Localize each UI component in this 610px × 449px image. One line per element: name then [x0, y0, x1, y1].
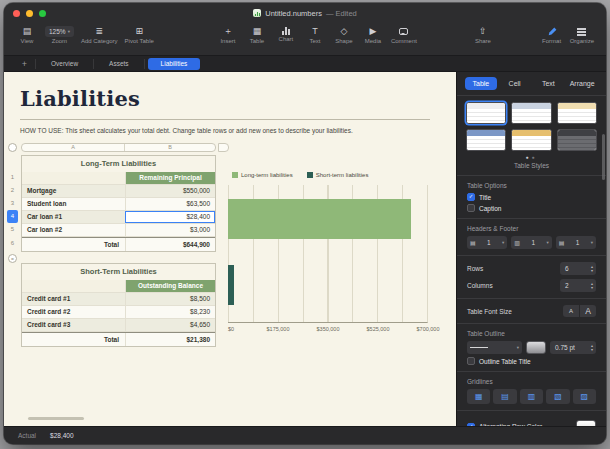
row-label-cell[interactable]: Credit card #1	[22, 293, 125, 305]
zoom-value[interactable]: 125%▾	[45, 26, 74, 37]
table-row[interactable]: Credit card #3 $4,650	[22, 319, 215, 332]
row-ref[interactable]: 1	[7, 171, 18, 184]
header-rows-dropdown[interactable]: ▤1▾	[467, 236, 507, 249]
table-style-thumbnail[interactable]	[557, 102, 597, 124]
view-button[interactable]: ▤ View	[16, 26, 38, 44]
short-term-bar[interactable]	[228, 265, 234, 305]
total-value-cell[interactable]: $21,380	[125, 333, 215, 346]
header-blank-cell[interactable]	[22, 172, 125, 184]
horizontal-scrollbar[interactable]	[28, 417, 84, 420]
tab-text[interactable]: Text	[533, 77, 565, 90]
chart-button[interactable]: Chart	[275, 26, 297, 42]
row-value-cell[interactable]: $63,500	[125, 198, 215, 210]
tab-table[interactable]: Table	[465, 77, 497, 90]
chart-plot-area[interactable]	[228, 185, 428, 323]
gridline-option-button[interactable]: ▧	[546, 389, 569, 404]
organize-button[interactable]: Organize	[570, 26, 594, 44]
row-ref[interactable]: 3	[7, 197, 18, 210]
row-label-cell[interactable]: Mortgage	[22, 185, 125, 197]
selected-cell[interactable]: $28,400	[125, 211, 215, 223]
sheet-canvas[interactable]: Liabilities HOW TO USE: This sheet calcu…	[4, 72, 456, 426]
header-blank-cell[interactable]	[22, 280, 125, 292]
table-row[interactable]: Credit card #2 $8,230	[22, 306, 215, 319]
row-label-cell[interactable]: Credit card #3	[22, 319, 125, 331]
total-label-cell[interactable]: Total	[22, 333, 125, 346]
gridline-option-button[interactable]: ▤	[493, 389, 516, 404]
insert-button[interactable]: ＋ Insert	[217, 26, 239, 44]
table-row[interactable]: Mortgage $550,000	[22, 185, 215, 198]
text-button[interactable]: T Text	[304, 26, 326, 44]
column-ref-b[interactable]: B	[124, 144, 215, 151]
table-style-thumbnail[interactable]	[511, 102, 551, 124]
outline-table-title-checkbox[interactable]: Outline Table Title	[467, 357, 596, 365]
decrease-font-button[interactable]: A	[563, 305, 579, 317]
gridline-option-button[interactable]: ▨	[573, 389, 596, 404]
short-term-table[interactable]: Short-Term Liabilities Outstanding Balan…	[21, 263, 216, 347]
table-row[interactable]: Car loan #2 $3,000	[22, 224, 215, 237]
row-color-well[interactable]	[576, 420, 596, 426]
row-value-cell[interactable]: $3,000	[125, 224, 215, 236]
sheet-tab-liabilities[interactable]: Liabilities	[148, 58, 201, 70]
row-value-cell[interactable]: $550,000	[125, 185, 215, 197]
long-term-bar[interactable]	[228, 199, 411, 239]
format-button[interactable]: Format	[541, 26, 563, 44]
tab-cell[interactable]: Cell	[499, 77, 531, 90]
row-ref[interactable]: 5	[7, 223, 18, 236]
row-value-cell[interactable]: $8,230	[125, 306, 215, 318]
alternating-row-color-checkbox[interactable]: ✓ Alternating Row Color	[467, 420, 596, 426]
add-category-button[interactable]: ≣ Add Category	[81, 26, 118, 44]
row-ref[interactable]: 2	[7, 184, 18, 197]
row-label-cell[interactable]: Car loan #1	[22, 211, 125, 223]
sidebar-scrollbar[interactable]	[602, 134, 605, 180]
pivot-table-button[interactable]: ⊞ Pivot Table	[125, 26, 154, 44]
comment-button[interactable]: Comment	[391, 26, 417, 44]
table-style-thumbnail[interactable]	[466, 102, 506, 124]
tab-arrange[interactable]: Arrange	[566, 77, 598, 90]
gridline-option-button[interactable]: ▥	[520, 389, 543, 404]
share-button[interactable]: ⇧ Share	[472, 26, 494, 44]
table-row[interactable]: Car loan #1 $28,400	[22, 211, 215, 224]
row-label-cell[interactable]: Car loan #2	[22, 224, 125, 236]
row-reference-bar[interactable]: 1 2 3 4 5 6	[7, 171, 18, 250]
total-value-cell[interactable]: $644,900	[125, 238, 215, 251]
column-ref-a[interactable]: A	[22, 144, 124, 151]
table-title[interactable]: Long-Term Liabilities	[22, 156, 215, 172]
shape-button[interactable]: ◇ Shape	[333, 26, 355, 44]
value-column-header[interactable]: Outstanding Balance	[125, 280, 215, 292]
zoom-control[interactable]: 125%▾ Zoom	[45, 26, 74, 44]
row-ref-selected[interactable]: 4	[7, 210, 18, 223]
add-column-handle[interactable]	[218, 143, 229, 152]
sheet-tab-assets[interactable]: Assets	[94, 59, 145, 69]
table-style-thumbnail[interactable]	[466, 129, 506, 151]
total-label-cell[interactable]: Total	[22, 238, 125, 251]
gridline-option-button[interactable]: ▦	[467, 389, 490, 404]
table-button[interactable]: ▦ Table	[246, 26, 268, 44]
column-reference-bar[interactable]: A B	[21, 143, 216, 152]
row-ref[interactable]: 6	[7, 236, 18, 250]
table-style-thumbnail[interactable]	[511, 129, 551, 151]
value-column-header[interactable]: Remaining Principal	[125, 172, 215, 184]
line-style-dropdown[interactable]: ▾	[467, 341, 522, 354]
columns-stepper[interactable]: 2▴▾	[560, 279, 596, 292]
row-value-cell[interactable]: $8,500	[125, 293, 215, 305]
increase-font-button[interactable]: A	[580, 305, 596, 317]
table-style-thumbnail[interactable]	[557, 129, 597, 151]
table-row[interactable]: Credit card #1 $8,500	[22, 293, 215, 306]
caption-checkbox[interactable]: Caption	[467, 204, 596, 212]
total-row[interactable]: Total $21,380	[22, 332, 215, 346]
outline-color-well[interactable]	[526, 341, 546, 354]
row-value-cell[interactable]: $4,650	[125, 319, 215, 331]
title-checkbox[interactable]: ✓ Title	[467, 193, 596, 201]
table-title[interactable]: Short-Term Liabilities	[22, 264, 215, 280]
outline-width-stepper[interactable]: 0.75 pt▴▾	[550, 341, 596, 354]
long-term-table[interactable]: Long-Term Liabilities Remaining Principa…	[21, 155, 216, 252]
row-label-cell[interactable]: Student loan	[22, 198, 125, 210]
title-bar[interactable]: Untitled.numbers — Edited	[4, 3, 606, 23]
footer-rows-dropdown[interactable]: ▤1▾	[556, 236, 596, 249]
table-row[interactable]: Student loan $63,500	[22, 198, 215, 211]
liabilities-bar-chart[interactable]: Long-term liabilities Short-term liabili…	[228, 172, 428, 334]
add-row-handle[interactable]: =	[8, 254, 17, 263]
row-label-cell[interactable]: Credit card #2	[22, 306, 125, 318]
media-button[interactable]: ▶ Media	[362, 26, 384, 44]
total-row[interactable]: Total $644,900	[22, 237, 215, 251]
